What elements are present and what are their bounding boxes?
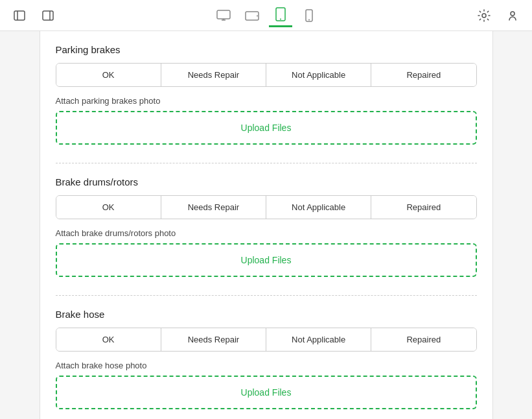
svg-rect-4 [217,10,230,19]
brake-drums-not-applicable[interactable]: Not Applicable [266,196,371,219]
brake-drums-photo-label: Attach brake drums/rotors photo [56,228,477,238]
parking-brakes-not-applicable[interactable]: Not Applicable [266,64,371,86]
parking-brakes-title: Parking brakes [56,44,477,55]
sidebar-right-icon[interactable] [36,4,60,27]
svg-rect-2 [43,11,53,20]
svg-rect-0 [14,11,25,20]
mobile-icon[interactable] [297,4,321,27]
brake-hose-section: Brake hose OK Needs Repair Not Applicabl… [56,309,477,409]
top-bar-right [472,4,524,27]
svg-point-13 [482,14,486,18]
brake-hose-photo-label: Attach brake hose photo [56,361,477,370]
svg-point-12 [308,19,310,20]
form-container: Parking brakes OK Needs Repair Not Appli… [40,31,493,419]
top-bar-center [212,4,321,27]
sidebar-left-icon[interactable] [8,4,31,27]
brake-drums-title: Brake drums/rotors [56,176,477,187]
brake-hose-ok[interactable]: OK [56,328,161,351]
brake-hose-title: Brake hose [56,309,477,320]
parking-brakes-ok[interactable]: OK [56,64,161,86]
parking-brakes-upload[interactable]: Upload Files [56,111,477,145]
brake-hose-needs-repair[interactable]: Needs Repair [161,328,266,351]
top-bar-left [8,4,60,27]
monitor-icon[interactable] [212,4,235,27]
brake-drums-ok[interactable]: OK [56,196,161,219]
main-content: Parking brakes OK Needs Repair Not Appli… [0,31,532,419]
parking-brakes-photo-label: Attach parking brakes photo [56,96,477,106]
svg-point-8 [257,15,258,16]
brake-hose-upload[interactable]: Upload Files [56,376,477,409]
brake-drums-section: Brake drums/rotors OK Needs Repair Not A… [56,176,477,277]
parking-brakes-upload-label: Upload Files [241,123,292,133]
user-profile-icon[interactable] [501,4,524,27]
parking-brakes-section: Parking brakes OK Needs Repair Not Appli… [56,44,477,145]
brake-hose-upload-label: Upload Files [241,387,292,398]
divider-1 [56,163,477,163]
brake-hose-not-applicable[interactable]: Not Applicable [266,328,371,351]
parking-brakes-needs-repair[interactable]: Needs Repair [161,64,266,86]
brake-drums-options: OK Needs Repair Not Applicable Repaired [56,195,477,219]
parking-brakes-repaired[interactable]: Repaired [371,64,476,86]
brake-drums-upload[interactable]: Upload Files [56,243,477,277]
brake-hose-options: OK Needs Repair Not Applicable Repaired [56,328,477,352]
brake-drums-repaired[interactable]: Repaired [371,196,476,219]
tablet-portrait-icon[interactable] [269,4,292,27]
svg-point-10 [280,19,281,20]
tablet-landscape-icon[interactable] [240,4,264,27]
divider-2 [56,295,477,296]
gear-icon[interactable] [472,4,496,27]
top-bar [0,0,532,31]
brake-drums-needs-repair[interactable]: Needs Repair [161,196,266,219]
parking-brakes-options: OK Needs Repair Not Applicable Repaired [56,63,477,87]
brake-drums-upload-label: Upload Files [241,255,292,265]
svg-point-14 [511,12,515,16]
brake-hose-repaired[interactable]: Repaired [371,328,476,351]
